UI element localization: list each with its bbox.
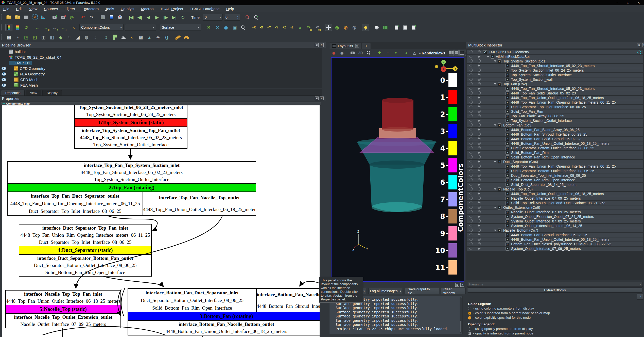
camera-undo-icon[interactable]: ◉	[339, 50, 345, 56]
glyph-dome-icon[interactable]: ◔	[14, 34, 21, 41]
multiblock-tree[interactable]: ✓TMESH1: CFD Geometry✓vtkMultiBlockDataS…	[466, 49, 644, 280]
reset-camera-icon[interactable]: ✕	[205, 24, 212, 31]
block-checkbox[interactable]: ✓	[506, 91, 509, 95]
color-state-icon[interactable]	[469, 59, 473, 62]
catalyst-disconnect-icon[interactable]	[60, 14, 67, 21]
expander-icon[interactable]	[494, 60, 496, 62]
close-panel-icon[interactable]: ✕	[460, 283, 464, 287]
multiblock-row[interactable]: ✓4448_Top_Fan_Union_Outlet_Interface_06_…	[467, 192, 643, 196]
visibility-eye-icon[interactable]	[2, 72, 6, 76]
time-value-combo[interactable]: 0▾	[203, 14, 223, 21]
multiblock-row[interactable]: ✓Duct_Separator_Top_Inlet_Interface_08_0…	[467, 105, 643, 109]
block-checkbox[interactable]: ✓	[506, 146, 509, 150]
color-state-icon[interactable]	[469, 119, 473, 122]
multiblock-row[interactable]: ✓Nacelle_Bottom (Co7)	[467, 228, 643, 232]
color-state-icon[interactable]	[469, 133, 473, 136]
extract-subset-icon[interactable]: ◧	[48, 34, 56, 41]
opacity-state-icon[interactable]	[478, 160, 481, 163]
color-state-icon[interactable]	[469, 197, 473, 200]
block-checkbox[interactable]: ✓	[498, 229, 501, 232]
expander-icon[interactable]	[494, 230, 496, 231]
color-state-icon[interactable]	[469, 101, 473, 104]
vcr-last-frame-icon[interactable]: ▶|	[171, 14, 178, 21]
auto-apply-icon[interactable]: ↗	[31, 14, 38, 21]
set-view-plus-x-icon[interactable]: +X	[251, 24, 257, 31]
multiblock-row[interactable]: ✓Nacelle_Outlet_Interface_07_09_25_meter…	[467, 210, 643, 214]
multiblock-row[interactable]: ✓Top_System_Suction_Outlet_Interface	[467, 73, 643, 77]
undock-icon[interactable]: ▣	[315, 97, 319, 100]
vcr-next-frame-icon[interactable]: |▶	[162, 14, 169, 21]
opacity-state-icon[interactable]	[478, 155, 481, 158]
color-by-select[interactable]: ComponentColors▾	[79, 24, 124, 31]
block-checkbox[interactable]: ✓	[498, 206, 501, 210]
block-checkbox[interactable]: ✓	[498, 59, 501, 63]
color-state-icon[interactable]	[469, 110, 473, 113]
set-view-minus-x-icon[interactable]: -X	[258, 24, 265, 31]
opacity-state-icon[interactable]	[478, 78, 481, 81]
block-checkbox[interactable]: ✓	[506, 210, 509, 214]
log-level-select[interactable]: Log all messages▾	[368, 288, 403, 294]
reset-range-icon[interactable]: ↺	[23, 24, 30, 31]
vcr-play-icon[interactable]: ▶	[153, 14, 161, 21]
spin-arrows-icon[interactable]: ▲▼	[235, 15, 239, 19]
extract-block-icon[interactable]: ▛	[111, 34, 118, 41]
redo-icon[interactable]: ↷	[88, 14, 95, 21]
rescale-visible-range-icon[interactable]: ↔●	[60, 24, 67, 31]
maximize-button[interactable]: □	[623, 0, 633, 5]
menu-view[interactable]: View	[26, 7, 41, 11]
opacity-state-icon[interactable]	[478, 87, 481, 90]
block-checkbox[interactable]: ✓	[506, 128, 509, 132]
color-state-icon[interactable]	[469, 87, 473, 90]
block-checkbox[interactable]: ✓	[506, 110, 509, 114]
multiblock-row[interactable]: ✓System_Outlet_Extension_Outlet_07_24_25…	[467, 215, 643, 219]
multiblock-row[interactable]: ✓4448_Top_Fan_Union_Rim_Opening_Interfac…	[467, 100, 643, 104]
close-panel-icon[interactable]: ✕	[320, 43, 324, 47]
expander-icon[interactable]	[494, 83, 496, 85]
set-view-plus-y-icon[interactable]: +Y	[266, 24, 272, 31]
surface-sphere-icon[interactable]	[373, 24, 380, 31]
color-state-icon[interactable]	[469, 247, 473, 250]
rescale-data-range-icon[interactable]: ↔	[34, 24, 41, 31]
zoom-closest-icon[interactable]	[253, 14, 260, 21]
block-checkbox[interactable]: ✓	[506, 78, 509, 82]
opacity-state-icon[interactable]	[478, 219, 481, 222]
rescale-custom-range-icon[interactable]: ↔C	[42, 24, 49, 31]
color-state-icon[interactable]	[469, 50, 473, 53]
undock-icon[interactable]: ▣	[455, 283, 459, 287]
opacity-state-icon[interactable]	[478, 183, 481, 186]
multiblock-row[interactable]: ✓Top_System_Suction_Inlet_06_24_25_meter…	[467, 68, 643, 72]
opacity-state-icon[interactable]	[478, 192, 481, 195]
multiblock-row[interactable]: ✓4448_Top_Fan_Shroud_Interface_05_02_23_…	[467, 64, 643, 68]
tab-layout-1[interactable]: Layout #1 ✕	[330, 43, 361, 49]
color-state-icon[interactable]	[469, 224, 473, 227]
menu-catalyst[interactable]: Catalyst	[117, 7, 138, 11]
color-state-icon[interactable]	[469, 137, 473, 140]
text-3d-label[interactable]: 3D	[357, 50, 364, 56]
opacity-state-icon[interactable]	[478, 169, 481, 172]
color-by-ring-icon[interactable]: ○	[71, 24, 78, 31]
opacity-state-icon[interactable]	[478, 247, 481, 250]
opacity-state-icon[interactable]	[478, 233, 481, 236]
opacity-state-icon[interactable]	[478, 91, 481, 94]
expander-icon[interactable]	[494, 124, 496, 126]
block-checkbox[interactable]: ✓	[498, 123, 501, 127]
opacity-state-icon[interactable]	[478, 82, 481, 85]
load-state-icon[interactable]	[14, 14, 21, 21]
extract-blocks-button[interactable]: Extract Blocks	[467, 287, 643, 293]
multiblock-row[interactable]: ✓Top_System_Suction_Outlet_Interface	[467, 119, 643, 123]
slice-icon[interactable]: ◫	[40, 34, 47, 41]
multiblock-row[interactable]: ✓Nacelle_Outlet_Interface_07_09_25_meter…	[467, 196, 643, 200]
block-checkbox[interactable]: ✓	[506, 87, 509, 91]
rescale-temporal-range-icon[interactable]: ↔t	[51, 24, 58, 31]
block-checkbox[interactable]: ✓	[506, 192, 509, 196]
open-file-icon[interactable]	[5, 14, 12, 21]
block-checkbox[interactable]: ✓	[506, 242, 509, 246]
pipeline-item-body[interactable]: TMESH1	[9, 61, 32, 65]
block-checkbox[interactable]: ✓	[506, 233, 509, 237]
color-state-icon[interactable]	[469, 242, 473, 245]
timer-icon[interactable]: ◷	[68, 14, 75, 21]
multiblock-row[interactable]: ✓Solid_Top_Bell-Mouth_Inlet_and_Duct_Sur…	[467, 201, 643, 205]
opacity-state-icon[interactable]	[478, 197, 481, 200]
block-checkbox[interactable]: ✓	[506, 178, 509, 182]
multiblock-row[interactable]: ✓4448_Top_Fan_Union_Outlet_Interface_06_…	[467, 96, 643, 100]
